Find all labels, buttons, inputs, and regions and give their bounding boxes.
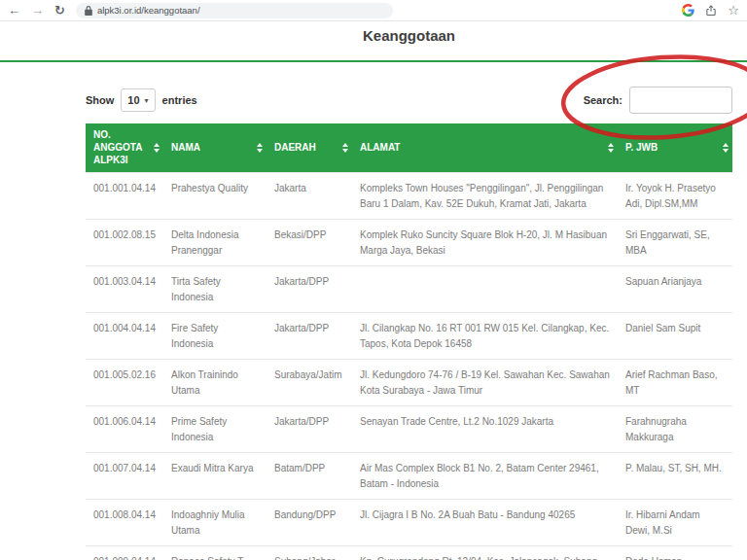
page-title: Keanggotaan (86, 27, 732, 44)
table-row: 001.004.04.14 Fire Safety Indonesia Jaka… (86, 313, 732, 360)
cell-nama: Exaudi Mitra Karya (163, 453, 267, 500)
table-row: 001.008.04.14 Indoaghniy Mulia Utama Ban… (86, 500, 732, 546)
cell-nama: Prahestya Quality (163, 173, 267, 220)
cell-alamat: Komplek Ruko Suncity Square Blok H-20, J… (352, 220, 618, 266)
cell-no-anggota: 001.001.04.14 (86, 173, 163, 220)
url-text: alpk3i.or.id/keanggotaan/ (97, 5, 200, 16)
cell-daerah: Surabaya/Jatim (267, 360, 352, 406)
member-table-body: 001.001.04.14 Prahestya Quality Jakarta … (86, 173, 732, 560)
cell-daerah: Jakarta/DPP (267, 266, 352, 313)
table-row: 001.001.04.14 Prahestya Quality Jakarta … (86, 173, 732, 220)
cell-daerah: Bandung/DPP (267, 500, 352, 546)
sort-icon (154, 143, 160, 153)
cell-p-jwb: Farahnugraha Makkuraga (618, 406, 732, 453)
cell-alamat: Senayan Trade Centre, Lt.2 No.1029 Jakar… (352, 406, 618, 453)
cell-nama: Prime Safety Indonesia (163, 406, 267, 453)
column-label: P. JWB (625, 142, 658, 153)
column-header-p-jwb[interactable]: P. JWB (618, 123, 732, 173)
lock-icon (85, 6, 92, 16)
column-header-alamat[interactable]: ALAMAT (352, 123, 618, 173)
column-header-no-anggota[interactable]: NO. ANGGOTA ALPK3I (86, 123, 163, 173)
cell-daerah: Bekasi/DPP (267, 220, 352, 266)
cell-p-jwb: Dede Usman (618, 546, 732, 560)
cell-daerah: Jakarta (267, 173, 352, 220)
cell-no-anggota: 001.007.04.14 (86, 453, 163, 500)
cell-alamat: Jl. Cijagra I B No. 2A Buah Batu - Bandu… (352, 500, 618, 546)
chevron-down-icon: ▾ (145, 96, 149, 105)
cell-nama: Delta Indonesia Pranenggar (163, 220, 267, 266)
cell-nama: Fire Safety Indonesia (163, 313, 267, 360)
column-label: NAMA (171, 142, 200, 153)
column-label: DAERAH (274, 142, 316, 153)
search-label: Search: (584, 94, 622, 106)
cell-daerah: Subang/Jabar (267, 546, 352, 560)
cell-nama: Indoaghniy Mulia Utama (163, 500, 267, 546)
sort-icon (608, 143, 614, 153)
cell-no-anggota: 001.003.04.14 (86, 266, 163, 313)
cell-daerah: Batam/DPP (267, 453, 352, 500)
cell-p-jwb: P. Malau, ST, SH, MH. (618, 453, 732, 500)
cell-no-anggota: 001.006.04.14 (86, 406, 163, 453)
google-logo-icon[interactable] (682, 4, 694, 17)
cell-no-anggota: 001.009.04.14 (86, 546, 163, 560)
reload-icon[interactable]: ↻ (54, 4, 65, 17)
cell-alamat: Jl. Cilangkap No. 16 RT 001 RW 015 Kel. … (352, 313, 618, 360)
share-icon[interactable] (705, 5, 717, 17)
sort-icon (342, 143, 348, 153)
cell-nama: Ranaco Safety T (163, 546, 267, 560)
cell-nama: Tirta Safety Indonesia (163, 266, 267, 313)
forward-icon[interactable]: → (31, 4, 44, 17)
sort-icon (723, 143, 729, 153)
show-label: Show (86, 94, 114, 106)
cell-p-jwb: Sri Enggarwati, SE, MBA (618, 220, 732, 266)
cell-no-anggota: 001.002.08.15 (86, 220, 163, 266)
bookmark-star-icon[interactable]: ☆ (728, 3, 739, 18)
cell-alamat: Jl. Kedungdoro 74-76 / B-19 Kel. Sawahan… (352, 360, 618, 406)
cell-nama: Alkon Trainindo Utama (163, 360, 267, 406)
table-row: 001.007.04.14 Exaudi Mitra Karya Batam/D… (86, 453, 732, 500)
sort-icon (257, 143, 263, 153)
search-input[interactable] (629, 87, 732, 114)
address-bar[interactable]: alpk3i.or.id/keanggotaan/ (76, 3, 393, 18)
column-label: ALAMAT (360, 142, 400, 153)
cell-alamat: Kp. Curugrendeng Rt. 12/04, Kec. Jalanca… (352, 546, 618, 560)
table-row: 001.005.02.16 Alkon Trainindo Utama Sura… (86, 360, 732, 406)
cell-p-jwb: Daniel Sam Supit (618, 313, 732, 360)
table-header-row: NO. ANGGOTA ALPK3I NAMA DAERAH ALAMAT P.… (86, 123, 732, 173)
cell-alamat (352, 266, 618, 313)
column-header-daerah[interactable]: DAERAH (267, 123, 352, 173)
table-row: 001.002.08.15 Delta Indonesia Pranenggar… (86, 220, 732, 266)
cell-daerah: Jakarta/DPP (267, 406, 352, 453)
column-label: NO. ANGGOTA ALPK3I (93, 129, 142, 165)
page-length-select[interactable]: 10 ▾ (121, 88, 155, 112)
table-row: 001.006.04.14 Prime Safety Indonesia Jak… (86, 406, 732, 453)
cell-p-jwb: Sapuan Arianjaya (618, 266, 732, 313)
column-header-nama[interactable]: NAMA (163, 123, 267, 173)
header-divider (0, 60, 747, 62)
cell-p-jwb: Ir. Hibarni Andam Dewi, M.Si (618, 500, 732, 546)
membership-table: NO. ANGGOTA ALPK3I NAMA DAERAH ALAMAT P.… (86, 123, 732, 560)
cell-p-jwb: Arief Rachman Baso, MT (618, 360, 732, 406)
cell-no-anggota: 001.005.02.16 (86, 360, 163, 406)
browser-toolbar: ← → ↻ alpk3i.or.id/keanggotaan/ ☆ (0, 0, 747, 21)
table-row: 001.009.04.14 Ranaco Safety T Subang/Jab… (86, 546, 732, 560)
page-length-value: 10 (127, 94, 139, 106)
cell-alamat: Air Mas Complex Block B1 No. 2, Batam Ce… (352, 453, 618, 500)
cell-daerah: Jakarta/DPP (267, 313, 352, 360)
table-controls: Show 10 ▾ entries Search: (86, 86, 732, 115)
entries-label: entries (162, 94, 197, 106)
back-icon[interactable]: ← (8, 4, 20, 17)
table-row: 001.003.04.14 Tirta Safety Indonesia Jak… (86, 266, 732, 313)
cell-no-anggota: 001.004.04.14 (86, 313, 163, 360)
cell-alamat: Kompleks Town Houses "Penggilingan", Jl.… (352, 173, 618, 220)
cell-no-anggota: 001.008.04.14 (86, 500, 163, 546)
cell-p-jwb: Ir. Yoyok H. Prasetyo Adi, Dipl.SM,MM (618, 173, 732, 220)
